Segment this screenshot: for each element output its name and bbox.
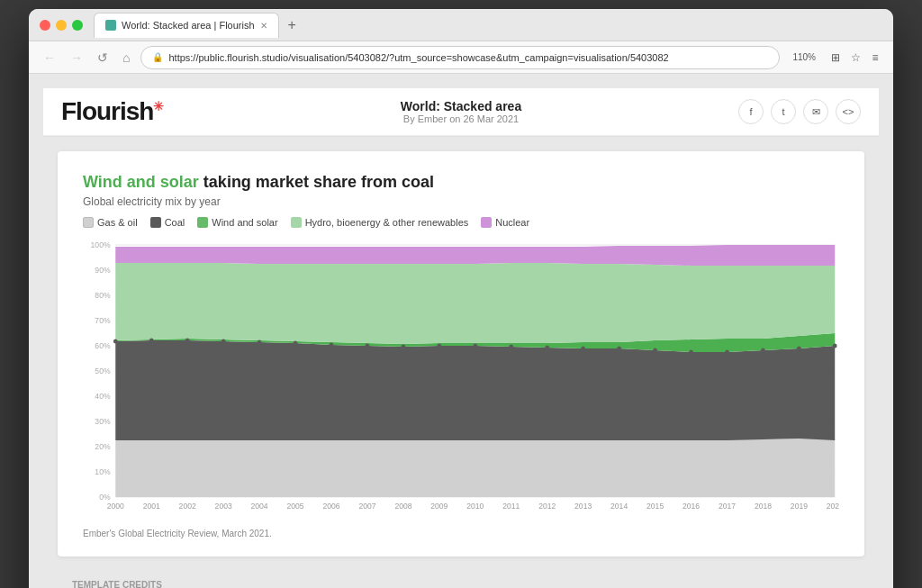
svg-point-29 <box>366 344 370 348</box>
svg-point-26 <box>258 340 262 345</box>
legend-swatch-nuclear <box>481 217 492 228</box>
legend-label-nuclear: Nuclear <box>495 217 529 228</box>
svg-point-31 <box>437 344 441 348</box>
svg-text:2015: 2015 <box>646 502 664 511</box>
visualization-container: Wind and solar taking market share from … <box>58 151 864 556</box>
close-button[interactable] <box>40 20 50 31</box>
tab-label: World: Stacked area | Flourish <box>122 20 255 31</box>
toolbar-icons: ⊞ ☆ ≡ <box>828 50 882 65</box>
refresh-button[interactable]: ↺ <box>94 49 112 67</box>
legend-swatch-hydro <box>291 217 302 228</box>
svg-text:2009: 2009 <box>430 502 447 511</box>
forward-button[interactable]: → <box>67 49 86 67</box>
svg-point-22 <box>113 339 118 344</box>
back-button[interactable]: ← <box>40 49 59 67</box>
legend-swatch-gas-oil <box>83 217 94 228</box>
svg-text:2001: 2001 <box>143 502 160 511</box>
flourish-header: Flourish✳ World: Stacked area By Ember o… <box>43 88 879 136</box>
svg-point-32 <box>473 344 477 348</box>
chart-title-plain: taking market share from coal <box>199 173 434 191</box>
svg-text:2014: 2014 <box>610 502 628 511</box>
chart-legend: Gas & oil Coal Wind and solar Hydro, bio… <box>83 217 839 228</box>
svg-point-30 <box>402 345 406 349</box>
svg-text:30%: 30% <box>95 417 110 426</box>
flourish-header-wrapper: Flourish✳ World: Stacked area By Ember o… <box>43 88 879 137</box>
legend-label-gas-oil: Gas & oil <box>97 217 138 228</box>
svg-point-25 <box>221 339 226 344</box>
title-bar: World: Stacked area | Flourish ✕ + <box>29 9 893 41</box>
new-tab-button[interactable]: + <box>283 17 302 33</box>
minimize-button[interactable] <box>56 20 67 31</box>
legend-label-coal: Coal <box>165 217 185 228</box>
svg-text:2003: 2003 <box>215 502 232 511</box>
svg-point-38 <box>689 350 693 355</box>
svg-text:2016: 2016 <box>682 502 700 511</box>
home-button[interactable]: ⌂ <box>119 49 133 67</box>
maximize-button[interactable] <box>72 20 83 31</box>
credits-title: TEMPLATE CREDITS <box>72 580 850 588</box>
svg-text:100%: 100% <box>91 240 111 249</box>
svg-text:2010: 2010 <box>466 502 484 511</box>
svg-point-24 <box>185 339 190 343</box>
svg-text:70%: 70% <box>95 316 110 325</box>
url-bar[interactable]: 🔒 https://public.flourish.studio/visuali… <box>140 46 780 69</box>
twitter-share-button[interactable]: t <box>771 99 796 124</box>
active-tab[interactable]: World: Stacked area | Flourish ✕ <box>94 13 279 38</box>
url-text: https://public.flourish.studio/visualisa… <box>168 52 668 63</box>
svg-text:2005: 2005 <box>287 502 304 511</box>
extensions-icon[interactable]: ⊞ <box>828 50 843 65</box>
svg-text:2006: 2006 <box>322 502 339 511</box>
legend-swatch-coal <box>150 217 161 228</box>
facebook-share-button[interactable]: f <box>738 99 764 124</box>
tab-bar: World: Stacked area | Flourish ✕ + <box>94 13 882 38</box>
svg-point-33 <box>509 345 513 349</box>
legend-hydro: Hydro, bioenergy & other renewables <box>291 217 469 228</box>
svg-text:2018: 2018 <box>755 502 772 511</box>
svg-point-36 <box>617 347 621 351</box>
email-share-button[interactable]: ✉ <box>803 99 828 124</box>
area-coal <box>115 340 835 440</box>
svg-text:2017: 2017 <box>719 502 736 511</box>
svg-point-39 <box>725 350 729 355</box>
svg-text:10%: 10% <box>95 467 110 476</box>
svg-text:2000: 2000 <box>107 502 124 511</box>
chart-page-subtitle: By Ember on 26 Mar 2021 <box>401 113 521 124</box>
x-axis: 2000 2001 2002 2003 2004 2005 2006 2007 … <box>107 502 839 511</box>
flourish-logo: Flourish✳ <box>61 97 163 126</box>
svg-point-27 <box>294 341 298 346</box>
header-center: World: Stacked area By Ember on 26 Mar 2… <box>401 99 521 124</box>
browser-window: World: Stacked area | Flourish ✕ + ← → ↺… <box>29 9 893 588</box>
svg-text:2012: 2012 <box>538 502 556 511</box>
stacked-area-chart: 100% 90% 80% 70% 60% <box>83 239 839 518</box>
tab-favicon <box>105 20 116 31</box>
svg-text:2019: 2019 <box>791 502 808 511</box>
svg-point-40 <box>761 348 765 353</box>
svg-text:80%: 80% <box>95 291 110 300</box>
svg-text:2004: 2004 <box>251 502 268 511</box>
svg-text:2008: 2008 <box>394 502 411 511</box>
menu-icon[interactable]: ≡ <box>868 50 882 65</box>
tab-close-icon[interactable]: ✕ <box>260 21 267 31</box>
area-gas-oil <box>115 439 835 497</box>
svg-text:2011: 2011 <box>502 502 520 511</box>
chart-area: 100% 90% 80% 70% 60% <box>83 239 839 538</box>
svg-text:50%: 50% <box>95 366 110 375</box>
lock-icon: 🔒 <box>152 52 163 62</box>
page-content: Flourish✳ World: Stacked area By Ember o… <box>29 74 893 588</box>
svg-text:2007: 2007 <box>358 502 375 511</box>
chart-source: Ember's Global Electricity Review, March… <box>83 529 839 538</box>
svg-point-35 <box>581 347 585 351</box>
svg-point-23 <box>149 339 154 343</box>
chart-main-title: Wind and solar taking market share from … <box>83 173 839 192</box>
legend-gas-oil: Gas & oil <box>83 217 138 228</box>
svg-text:40%: 40% <box>95 392 110 401</box>
bookmark-icon[interactable]: ☆ <box>848 50 863 65</box>
area-hydro <box>115 263 835 344</box>
area-nuclear <box>115 245 835 266</box>
svg-text:0%: 0% <box>99 493 111 502</box>
legend-coal: Coal <box>150 217 185 228</box>
legend-label-wind-solar: Wind and solar <box>212 217 277 228</box>
svg-point-28 <box>330 343 334 348</box>
svg-point-37 <box>653 348 657 353</box>
embed-code-button[interactable]: <> <box>836 99 861 124</box>
